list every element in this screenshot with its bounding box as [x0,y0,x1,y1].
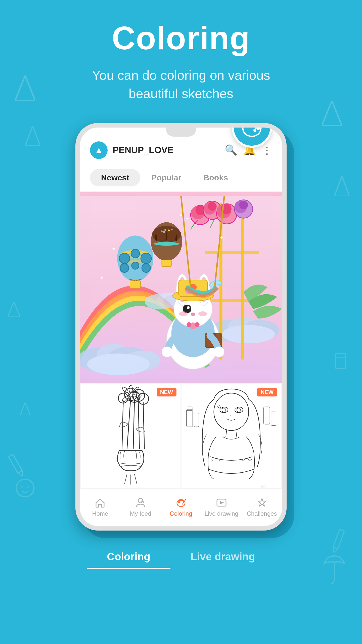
phone-notch [166,128,196,137]
svg-point-145 [181,500,183,501]
svg-point-100 [162,346,172,357]
main-artwork: ✦ ✦ ✦ [80,192,282,383]
phone-mockup: ▲ PENUP_LOVE 🔍 🔔 ⋮ Newest Popular Books [0,123,362,531]
svg-point-92 [179,311,188,316]
svg-text:✦: ✦ [186,216,189,221]
svg-text:✦: ✦ [219,235,223,240]
app-logo-icon: ▲ [94,146,103,155]
page-subtitle: You can do coloring on various beautiful… [0,66,362,103]
tab-popular[interactable]: Popular [140,169,192,186]
palette-icon [241,128,263,139]
page-bottom-tabs: Coloring Live drawing [0,546,362,569]
nav-coloring-label: Coloring [170,510,192,517]
svg-point-96 [195,322,200,327]
svg-point-70 [208,202,216,211]
svg-point-90 [187,306,190,309]
svg-point-76 [239,200,248,209]
svg-point-95 [187,322,191,327]
svg-point-55 [171,228,173,230]
coloring-icon [175,497,187,508]
phone-screen: ▲ PENUP_LOVE 🔍 🔔 ⋮ Newest Popular Books [80,128,282,526]
more-icon[interactable]: ⋮ [262,144,272,156]
nav-home-label: Home [92,510,108,517]
svg-text:○○: ○○ [261,484,267,489]
svg-point-60 [112,248,115,250]
svg-point-143 [178,501,180,503]
nav-feed[interactable]: My feed [120,497,161,517]
new-badge-1: NEW [157,388,176,396]
svg-point-42 [132,262,139,269]
svg-rect-44 [130,280,141,288]
coloring-illustration: ✦ ✦ ✦ [80,192,282,383]
svg-marker-149 [220,501,224,504]
illustration-svg: ✦ ✦ ✦ [80,192,282,383]
svg-point-29 [87,353,150,375]
flowers-sketch [81,384,180,490]
tab-coloring[interactable]: Coloring [87,546,170,569]
header-section: Coloring You can do coloring on various … [0,0,362,103]
search-icon[interactable]: 🔍 [225,144,237,156]
svg-point-57 [180,214,182,216]
svg-rect-63 [205,251,259,254]
svg-point-101 [214,346,224,357]
tab-books[interactable]: Books [192,169,239,186]
sketch-card-1[interactable]: NEW [81,384,180,490]
app-name-label: PENUP_LOVE [113,145,225,155]
nav-live-drawing[interactable]: Live drawing [201,497,242,517]
svg-point-38 [119,253,130,264]
svg-point-144 [179,500,181,502]
nav-live-label: Live drawing [204,510,238,517]
challenges-icon [256,497,267,508]
phone-frame: ▲ PENUP_LOVE 🔍 🔔 ⋮ Newest Popular Books [75,123,287,531]
new-badge-2: NEW [257,388,277,396]
svg-point-40 [141,253,151,264]
svg-point-43 [142,264,150,272]
page-title: Coloring [0,20,362,56]
svg-marker-4 [322,101,342,126]
anime-sketch: ○○ [182,384,281,490]
svg-point-21 [256,128,260,130]
svg-point-91 [191,312,195,316]
svg-point-33 [222,325,275,343]
svg-point-39 [131,249,140,258]
app-logo: ▲ [90,141,108,159]
feed-icon [135,497,146,508]
home-icon [95,497,106,508]
svg-point-59 [163,231,165,233]
nav-home[interactable]: Home [80,497,120,517]
svg-point-41 [120,264,129,272]
sketch-grid: NEW [80,383,282,491]
nav-coloring[interactable]: Coloring [161,497,201,517]
nav-challenges-label: Challenges [247,510,277,517]
svg-point-142 [177,500,185,507]
svg-point-141 [138,498,143,503]
svg-point-93 [198,311,207,316]
svg-rect-49 [162,260,171,266]
tab-bar: Newest Popular Books [80,164,282,192]
live-drawing-icon [216,497,227,508]
nav-feed-label: My feed [130,510,151,517]
bottom-nav: Home My feed [80,488,282,526]
svg-text:✦: ✦ [99,275,104,281]
nav-challenges[interactable]: Challenges [242,497,282,517]
tab-live-drawing[interactable]: Live drawing [170,546,275,569]
tab-newest[interactable]: Newest [90,169,140,186]
sketch-card-2[interactable]: ○○ NEW [182,384,281,490]
svg-rect-62 [241,203,244,359]
svg-point-52 [161,230,163,232]
svg-point-53 [164,229,166,231]
svg-point-54 [168,229,170,231]
